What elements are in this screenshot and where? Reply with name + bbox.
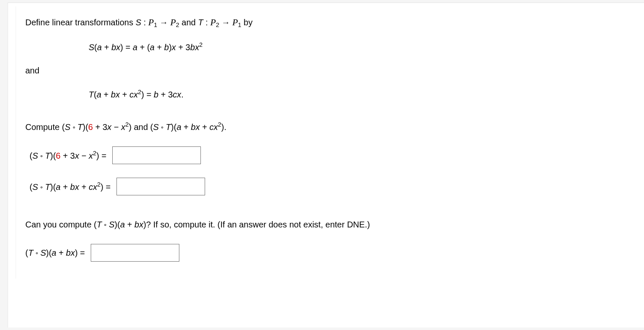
paren-open: (: [94, 43, 97, 52]
colon: :: [141, 18, 149, 27]
exp-2: 2: [97, 181, 100, 188]
answer-2-input[interactable]: [116, 178, 205, 195]
compose-icon: ∘: [70, 124, 78, 131]
sym-P: P: [170, 17, 176, 27]
arg-open: )(: [83, 122, 88, 132]
var-a: a: [176, 122, 181, 132]
equals: =: [123, 43, 133, 52]
var-a: a: [56, 182, 60, 192]
sym-S: S: [109, 220, 114, 229]
var-b: b: [164, 43, 169, 52]
answer-3-input[interactable]: [91, 244, 179, 262]
sym-T: T: [28, 248, 33, 257]
definition-S: S(a + bx) = a + (a + b)x + 3bx2: [89, 41, 644, 53]
var-a: a: [97, 43, 102, 52]
answer-1-input[interactable]: [112, 146, 201, 164]
arrow: →: [219, 18, 232, 27]
answer-2-label: (S ∘ T)(a + bx + cx2) =: [30, 181, 111, 193]
sym-S: S: [89, 43, 94, 52]
answer-row-1: (S ∘ T)(6 + 3x − x2) =: [30, 146, 644, 164]
compose-icon: ∘: [38, 152, 45, 159]
var-x: x: [116, 90, 120, 99]
plus: +: [79, 182, 89, 192]
and-word: and: [25, 66, 39, 75]
and-mid: and: [179, 18, 198, 27]
close-eq: ) =: [96, 151, 106, 160]
var-x: x: [134, 90, 138, 99]
mid: )(: [50, 151, 56, 160]
sym-T: T: [97, 220, 102, 229]
compute-pre: Compute (: [25, 122, 65, 132]
paren-open: (: [30, 151, 32, 160]
var-c: c: [209, 122, 214, 132]
sym-P: P: [210, 17, 216, 27]
var-x: x: [107, 122, 111, 132]
paren-open: (: [94, 90, 97, 99]
by: by: [241, 18, 253, 27]
var-a: a: [150, 43, 154, 52]
var-c: c: [130, 90, 134, 99]
exp-2: 2: [199, 41, 203, 48]
var-x: x: [195, 122, 200, 132]
answer-1-label: (S ∘ T)(6 + 3x − x2) =: [30, 149, 106, 162]
var-b: b: [191, 122, 195, 132]
var-x: x: [195, 43, 199, 52]
sym-T: T: [78, 122, 83, 132]
plus: +: [101, 90, 111, 99]
plus: +: [56, 248, 66, 257]
sym-S: S: [153, 122, 159, 132]
arg-close: ).: [221, 122, 226, 132]
paren-close: ): [120, 43, 123, 52]
arg-close: ): [129, 122, 132, 132]
var-x: x: [177, 90, 181, 99]
var-x: x: [75, 182, 79, 192]
sym-S: S: [135, 18, 141, 27]
var-x: x: [70, 248, 75, 257]
var-c: c: [173, 90, 177, 99]
plus: +: [125, 220, 135, 229]
mid: )(: [46, 248, 51, 257]
sym-P: P: [233, 17, 238, 27]
sym-P: P: [148, 17, 154, 27]
plus: +: [200, 122, 209, 132]
minus: −: [111, 122, 121, 132]
close-eq: ) =: [75, 248, 85, 257]
var-b: b: [154, 90, 158, 99]
minus: −: [79, 151, 89, 160]
intro-line: Define linear transformations S : P1 → P…: [25, 16, 644, 29]
sym-S: S: [32, 182, 38, 192]
exp-2: 2: [93, 150, 96, 157]
answer-row-3: (T ∘ S)(a + bx) =: [25, 244, 644, 262]
plus: +: [154, 43, 164, 52]
var-b: b: [135, 220, 139, 229]
intro-text: Define linear transformations: [25, 18, 135, 27]
paren-open: (: [25, 248, 28, 257]
equals: =: [144, 90, 154, 99]
sub-2: 2: [176, 22, 179, 28]
paren-open: (: [30, 182, 32, 192]
sym-S: S: [41, 248, 46, 257]
q2-pre: Can you compute (: [25, 220, 97, 229]
problem-content: Define linear transformations S : P1 → P…: [25, 16, 644, 262]
mid: )(: [114, 220, 120, 229]
compose-icon: ∘: [159, 124, 166, 131]
var-x: x: [116, 43, 120, 52]
question-2-line: Can you compute (T ∘ S)(a + bx)? If so, …: [25, 219, 644, 230]
and: and (: [132, 122, 153, 132]
var-c: c: [89, 182, 93, 192]
plus: + 3: [60, 151, 75, 160]
period: .: [181, 90, 184, 99]
sym-T: T: [89, 90, 94, 99]
close-eq: ) =: [100, 182, 111, 192]
definition-T: T(a + bx + cx2) = b + 3cx.: [89, 88, 644, 100]
compose-icon: ∘: [102, 222, 109, 228]
const-6: 6: [56, 151, 60, 160]
plus: + 3: [158, 90, 173, 99]
plus: +: [120, 90, 130, 99]
plus: + 3: [176, 43, 190, 52]
sym-T: T: [198, 18, 203, 27]
sym-T: T: [45, 151, 50, 160]
and-line: and: [25, 65, 644, 76]
var-x: x: [121, 122, 125, 132]
var-a: a: [120, 220, 125, 229]
